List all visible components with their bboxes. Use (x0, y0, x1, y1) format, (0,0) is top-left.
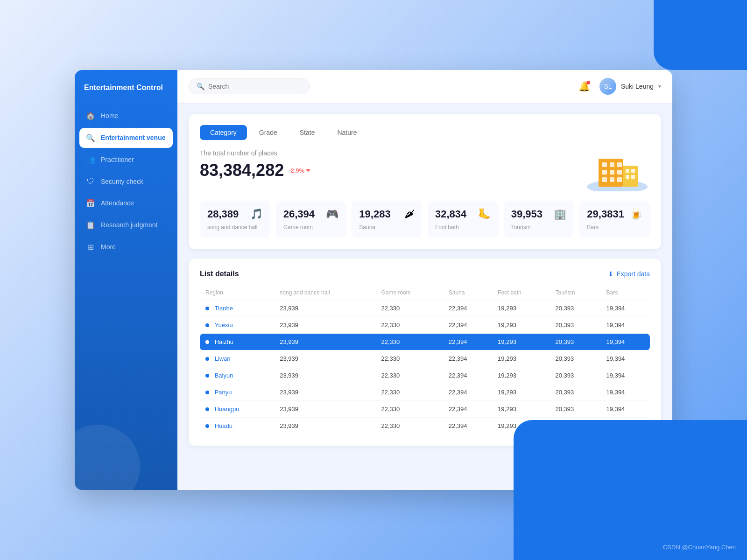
stat-card-header-0: 28,389 🎵 (207, 208, 263, 220)
table-cell-value: 19,293 (492, 401, 550, 418)
svg-rect-15 (631, 175, 635, 179)
table-header: Regionsong and dance hallGame roomSaunaF… (200, 286, 650, 300)
svg-rect-10 (617, 177, 622, 182)
stat-card-header-1: 26,394 🎮 (283, 208, 339, 220)
nav-label-practitioner: Practitioner (101, 156, 134, 163)
list-header: List details ⬇ Export data (200, 270, 650, 278)
sidebar-item-security-check[interactable]: 🛡 Security check (79, 172, 173, 191)
sidebar-item-attendance[interactable]: 📅 Attendance (79, 193, 173, 213)
stat-card-label-2: Sauna (359, 224, 415, 231)
region-name: Huangpu (215, 406, 240, 413)
nav-label-security-check: Security check (101, 178, 143, 185)
topbar: 🔍 🔔 SL Suki Leung ▾ (177, 70, 672, 103)
sidebar-item-practitioner[interactable]: 👥 Practitioner (79, 150, 173, 170)
stat-card-num-1: 26,394 (283, 208, 315, 220)
table-row: Haizhu 23,93922,33022,39419,29320,39319,… (200, 334, 650, 350)
table-row: Tianhe 23,93922,33022,39419,29320,39319,… (200, 300, 650, 317)
stat-card-3: 32,834 🦶 Foot bath (428, 201, 498, 238)
table-cell-value: 22,394 (443, 418, 492, 434)
table-cell-value: 23,939 (274, 350, 375, 367)
stat-card-num-0: 28,389 (207, 208, 239, 220)
table-cell-value: 19,293 (492, 367, 550, 384)
region-dot (205, 391, 209, 394)
svg-rect-9 (610, 177, 614, 182)
table-cell-value: 22,394 (443, 367, 492, 384)
nav-icon-attendance: 📅 (86, 199, 95, 208)
svg-rect-5 (602, 170, 607, 175)
nav-label-home: Home (101, 112, 118, 119)
stats-header: The total number of places 83,384,282 -2… (200, 149, 650, 191)
region-dot (205, 357, 209, 361)
user-name: Suki Leung (621, 83, 654, 90)
table-cell-value: 19,394 (601, 317, 650, 334)
table-cell-value: 19,394 (601, 401, 650, 418)
sidebar-item-research-judgment[interactable]: 📋 Research judgment (79, 215, 173, 235)
sidebar-item-more[interactable]: ⊞ More (79, 237, 173, 257)
user-info[interactable]: SL Suki Leung ▾ (599, 78, 661, 95)
table-cell-value: 22,394 (443, 300, 492, 317)
region-name: Yuexiu (215, 322, 233, 329)
export-icon: ⬇ (608, 270, 613, 278)
table-row: Liwan 23,93922,33022,39419,29320,39319,3… (200, 350, 650, 367)
table-cell-value: 22,330 (375, 317, 443, 334)
export-button[interactable]: ⬇ Export data (608, 270, 650, 278)
data-table: Regionsong and dance hallGame roomSaunaF… (200, 286, 650, 434)
sidebar-item-entertainment-venue[interactable]: 🔍 Entertainment venue (79, 128, 173, 148)
region-name: Panyu (215, 389, 232, 396)
svg-rect-11 (623, 166, 638, 187)
nav-label-entertainment-venue: Entertainment venue (101, 134, 165, 141)
svg-rect-4 (617, 162, 622, 167)
stat-card-header-4: 39,953 🏢 (511, 208, 567, 220)
stat-card-icon-4: 🏢 (554, 208, 566, 220)
tab-nature[interactable]: Nature (327, 125, 367, 140)
table-cell-region: Tianhe (200, 300, 274, 317)
table-cell-value: 23,939 (274, 300, 375, 317)
stat-card-header-2: 19,283 🌶 (359, 208, 415, 220)
svg-rect-8 (602, 177, 607, 182)
nav-icon-home: 🏠 (86, 112, 95, 120)
search-input[interactable] (208, 83, 302, 90)
stat-card-icon-0: 🎵 (250, 208, 263, 220)
table-cell-value: 22,394 (443, 317, 492, 334)
avatar: SL (599, 78, 616, 95)
region-dot (205, 424, 209, 428)
building-illustration (585, 149, 650, 191)
sidebar-item-home[interactable]: 🏠 Home (79, 106, 173, 126)
svg-rect-3 (610, 162, 614, 167)
table-cell-value: 22,330 (375, 334, 443, 350)
stat-card-icon-5: 🍺 (630, 208, 642, 220)
table-cell-value: 20,393 (550, 384, 601, 401)
tab-grade[interactable]: Grade (249, 125, 288, 140)
region-name: Baiyun (215, 372, 233, 379)
table-cell-value: 23,939 (274, 401, 375, 418)
table-cell-region: Huangpu (200, 401, 274, 418)
tab-state[interactable]: State (289, 125, 325, 140)
table-cell-value: 23,939 (274, 334, 375, 350)
stats-number: 83,384,282 -2.9% (200, 161, 310, 180)
svg-rect-14 (626, 175, 629, 179)
stats-left: The total number of places 83,384,282 -2… (200, 149, 310, 180)
region-name: Huadu (215, 422, 233, 429)
table-cell-region: Huadu (200, 418, 274, 434)
table-column-header: Bars (601, 286, 650, 300)
notification-icon[interactable]: 🔔 (578, 81, 590, 92)
stat-card-4: 39,953 🏢 Tourism (504, 201, 574, 238)
table-cell-value: 22,330 (375, 350, 443, 367)
stat-card-icon-3: 🦶 (478, 208, 491, 220)
table-cell-value: 23,939 (274, 384, 375, 401)
table-cell-value: 19,293 (492, 384, 550, 401)
watermark: CSDN @ChuanYang Chen (663, 544, 736, 551)
table-body: Tianhe 23,93922,33022,39419,29320,39319,… (200, 300, 650, 434)
search-box[interactable]: 🔍 (189, 78, 310, 94)
table-cell-value: 20,393 (550, 300, 601, 317)
region-dot (205, 323, 209, 327)
table-cell-value: 20,393 (550, 317, 601, 334)
table-cell-value: 22,394 (443, 384, 492, 401)
table-cell-value: 22,330 (375, 384, 443, 401)
stat-card-num-5: 29,3831 (587, 208, 624, 220)
topbar-right: 🔔 SL Suki Leung ▾ (578, 78, 661, 95)
table-column-header: Game room (375, 286, 443, 300)
stat-card-label-1: Game room (283, 224, 339, 231)
table-cell-value: 20,393 (550, 350, 601, 367)
tab-category[interactable]: Category (200, 125, 247, 140)
